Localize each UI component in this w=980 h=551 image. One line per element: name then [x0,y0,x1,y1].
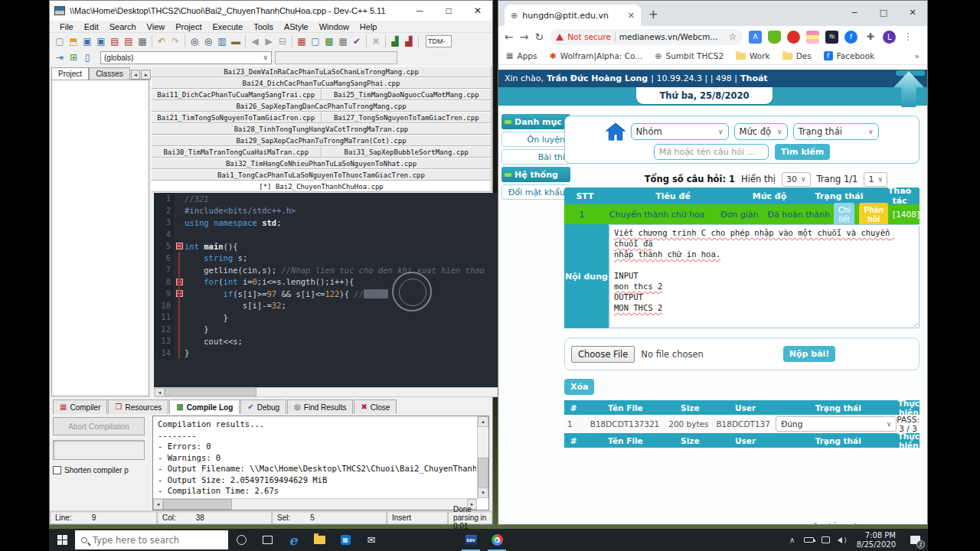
file-tab[interactable]: Bai30_TimMaTranTongCuaHaiMaTran.cpp [151,146,322,158]
file-tab[interactable]: Bai21_TimTongSoNguyenToTamGiacTren.cpp [151,112,322,123]
bookmark-apps[interactable]: Apps [506,51,537,60]
bookmark-wolfram-alpha-co[interactable]: Wolfram|Alpha: Co... [549,51,642,60]
menu-help[interactable]: Help [354,22,383,31]
run-icon[interactable]: ▢ [309,34,322,47]
scroll-left-icon[interactable]: ◂ [153,499,163,510]
compile-icon[interactable]: ▦ [295,34,309,47]
menu-edit[interactable]: Edit [79,22,104,31]
minimize-icon[interactable]: ─ [840,1,869,24]
menu-astyle[interactable]: AStyle [279,22,314,31]
devcpp-titlebar[interactable]: \\Mac\Home\Desktop\THCS2\Chuoi\Bai2_Chuy… [50,1,492,21]
goto-line-icon[interactable]: ▬ [229,34,243,47]
scroll-thumb[interactable] [478,458,488,488]
panel-tab-find-results[interactable]: ◎Find Results [287,399,353,414]
browser-tab[interactable]: ⊕ hungdn@ptit.edu.vn ✕ [505,5,641,26]
rebuild-icon[interactable]: ▦ [336,34,350,47]
tab-scroll-left-icon[interactable]: ◂ [131,70,141,80]
members-select[interactable] [275,51,397,64]
panel-tab-debug[interactable]: ✔Debug [240,399,286,414]
shorten-paths-checkbox[interactable] [53,466,61,474]
extensions-puzzle-icon[interactable]: ✚ [864,31,877,44]
taskbar-search[interactable] [75,530,228,549]
print-icon[interactable]: ▦ [136,34,149,47]
browser-menu-icon[interactable]: ⋮ [903,31,913,42]
omnibox[interactable]: Not secure medianews.vn/Webcm... ☆ [550,29,743,45]
back-icon[interactable]: ◀ [248,34,262,47]
menu-search[interactable]: Search [104,22,142,31]
facebook-extension-icon[interactable]: f [844,31,858,44]
minimize-icon[interactable]: ─ [405,1,434,21]
maximize-icon[interactable]: □ [869,1,898,24]
log-vscrollbar[interactable]: ▴ ▾ [477,416,488,498]
panel-tab-close[interactable]: ✖Close [354,399,397,414]
goto-implementation-icon[interactable]: ⇥ [53,51,67,64]
resize-grip[interactable] [911,320,918,327]
syntax-check-icon[interactable]: ✔ [350,34,364,47]
panel-tab-compiler[interactable]: ▦Compiler [53,399,107,414]
logout-link[interactable]: Thoát [740,73,768,83]
file-tab[interactable]: Bai31_SapXepBubbleSortMang.cpp [322,146,492,158]
save-all-icon[interactable]: ▣ [94,34,108,47]
network-icon[interactable] [818,536,834,543]
compile-log-output[interactable]: Compilation results...--------- Errors: … [152,416,489,510]
find-in-files-icon[interactable]: ◎ [201,34,215,47]
bookmark-des[interactable]: Des [782,51,812,60]
compiler-select[interactable]: TDM- [426,35,452,47]
feedback-button[interactable]: Phản hồi [859,203,888,226]
cortana-button[interactable] [228,529,254,551]
clock[interactable]: 7:08 PM 8/25/2020 [851,531,902,549]
page-select[interactable]: 1 ∨ [864,172,887,187]
close-file-icon[interactable]: ▤ [108,34,122,47]
close-icon[interactable]: ✕ [463,1,492,21]
file-status-select[interactable]: Đúng ∨ [776,416,897,432]
extension-icon[interactable] [806,31,819,44]
choose-file-button[interactable]: Choose File [571,346,635,363]
editor-hscrollbar[interactable]: ◂ ▸ [154,387,537,397]
question-search-input[interactable] [654,144,769,160]
bookmark-facebook[interactable]: Facebook [824,51,874,60]
file-tab[interactable]: Bai28_TinhTongTungHangVaCotTrongMaTran.c… [151,123,492,135]
scroll-down-icon[interactable]: ▾ [478,487,488,498]
scroll-left-icon[interactable]: ◂ [155,388,165,396]
tab-project[interactable]: Project [51,67,89,80]
forward-icon[interactable]: ▶ [262,34,276,47]
group-select[interactable]: Nhóm ∨ [631,123,729,140]
edge-button[interactable]: e [280,529,306,551]
compile-run-icon[interactable]: ▩ [322,34,336,47]
menu-tools[interactable]: Tools [248,22,279,31]
devcpp-taskbar-button[interactable]: DEV [458,529,484,551]
save-icon[interactable]: ▣ [80,34,94,47]
bookmark-icon[interactable]: ▯ [80,51,94,64]
maximize-icon[interactable]: □ [434,1,463,21]
url-text[interactable]: medianews.vn/Webcm... [619,32,725,41]
tab-scroll-right-icon[interactable]: ▸ [141,70,151,80]
log-hscrollbar[interactable]: ◂ ▸ [153,498,477,510]
file-tab[interactable]: Bai29_SapXepCacPhanTuTrongMaTran(Cot).cp… [151,135,492,146]
bookmark-work[interactable]: Work [736,51,770,60]
new-file-icon[interactable]: ▢ [53,34,67,47]
file-tab[interactable]: Bai32_TimHangCoNhieuPhanTuLaSoNguyenToNh… [151,158,492,169]
panel-tab-compile-log[interactable]: ▥Compile Log [169,399,240,414]
file-explorer-button[interactable] [306,529,332,551]
security-label[interactable]: Not secure [567,32,611,41]
battery-icon[interactable] [800,537,818,543]
menu-file[interactable]: File [54,22,79,31]
task-view-button[interactable] [254,529,280,551]
close-tab-icon[interactable]: ✕ [628,11,635,21]
file-tab[interactable]: Bai1_TongCacPhanTuLaSoNguyenToThuocTamGi… [151,169,492,181]
status-select[interactable]: Trạng thái ∨ [793,123,879,140]
bookmark-sumbit-thcs2[interactable]: Sumbit THCS2 [655,51,724,60]
close-icon[interactable]: ✕ [898,1,927,24]
abort-compilation-button[interactable]: Abort Compilation [53,417,145,435]
idm-extension-icon[interactable] [787,31,800,44]
abort-icon[interactable]: ✖ [369,34,383,47]
file-tab[interactable]: Bai26_SapXepTangDanCacPhanTuTrongMang.cp… [151,100,492,112]
panel-tab-resources[interactable]: ❒Resources [108,399,168,414]
translate-extension-icon[interactable]: A [749,31,762,44]
goto-declaration-icon[interactable]: ⊟ [276,34,289,47]
scroll-up-icon[interactable]: ▴ [478,416,488,427]
profile-avatar[interactable]: L [883,31,896,44]
store-button[interactable]: ▦ [332,529,358,551]
file-tab[interactable]: Bai23_DemVaInRaCacPhanTuLaSoChanLeTrongM… [151,66,492,77]
home-icon[interactable] [606,122,626,141]
